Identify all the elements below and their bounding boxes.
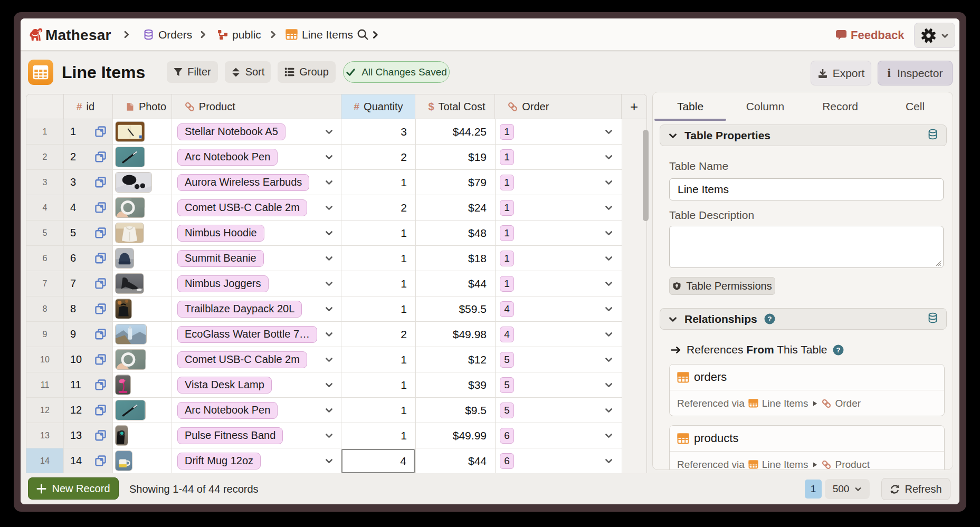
svg-text:?: ? [836, 346, 840, 354]
svg-text:?: ? [767, 315, 772, 323]
